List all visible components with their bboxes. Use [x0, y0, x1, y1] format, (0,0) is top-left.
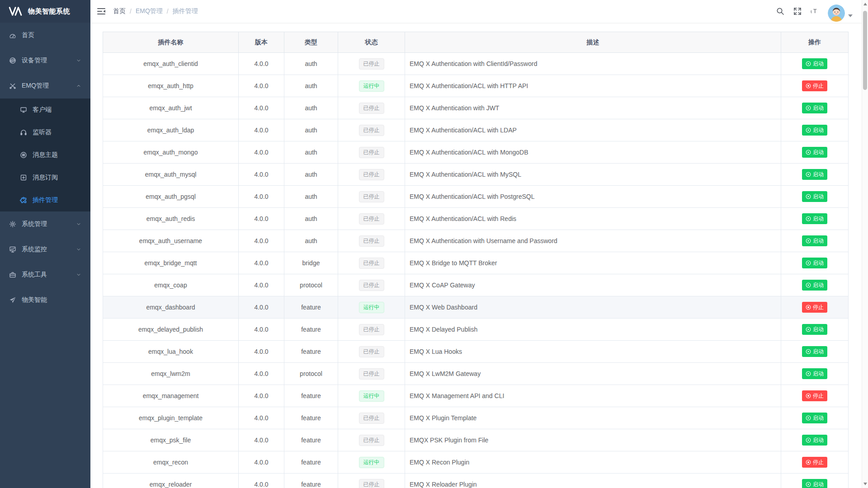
- cell-status: 已停止: [338, 119, 405, 141]
- breadcrumb-separator: /: [130, 8, 132, 15]
- table-row: emqx_recon4.0.0feature运行中EMQ X Recon Plu…: [103, 451, 849, 474]
- button-label: 启动: [813, 348, 824, 356]
- cell-status: 已停止: [338, 164, 405, 186]
- cell-version: 4.0.0: [239, 141, 284, 164]
- sidebar-item[interactable]: 系统工具: [0, 262, 90, 287]
- table-row: emqx_delayed_publish4.0.0feature已停止EMQ X…: [103, 319, 849, 341]
- cell-type: feature: [284, 474, 338, 488]
- breadcrumb-home[interactable]: 首页: [113, 7, 126, 15]
- play-circle-icon: [806, 327, 811, 332]
- start-plugin-button[interactable]: 启动: [802, 191, 827, 202]
- fullscreen-icon[interactable]: [793, 7, 802, 15]
- table-row: emqx_lwm2m4.0.0protocol已停止EMQ X LwM2M Ga…: [103, 363, 849, 385]
- header-type: 类型: [284, 32, 338, 53]
- cell-plugin-name: emqx_auth_pgsql: [103, 186, 239, 208]
- cell-operation: 停止: [781, 75, 849, 97]
- start-plugin-button[interactable]: 启动: [802, 213, 827, 224]
- cell-operation: 启动: [781, 230, 849, 252]
- cell-operation: 启动: [781, 141, 849, 164]
- scroll-down-arrow-icon[interactable]: [863, 483, 867, 485]
- cell-operation: 启动: [781, 119, 849, 141]
- table-row: emqx_auth_mongo4.0.0auth已停止EMQ X Authent…: [103, 141, 849, 164]
- sidebar-subitem[interactable]: 客户端: [0, 99, 90, 121]
- cell-type: feature: [284, 385, 338, 407]
- status-badge: 已停止: [359, 280, 384, 291]
- status-badge: 运行中: [359, 302, 384, 313]
- cell-description: EMQ X Authentication/ACL with HTTP API: [405, 75, 781, 97]
- button-label: 停止: [813, 459, 824, 466]
- user-menu[interactable]: [828, 5, 853, 22]
- sidebar-item[interactable]: 系统管理: [0, 211, 90, 237]
- caret-down-icon[interactable]: [848, 14, 853, 17]
- scroll-up-arrow-icon[interactable]: [863, 3, 867, 5]
- cell-type: auth: [284, 230, 338, 252]
- start-plugin-button[interactable]: 启动: [802, 479, 827, 488]
- stop-plugin-button[interactable]: 停止: [802, 302, 827, 313]
- start-plugin-button[interactable]: 启动: [802, 346, 827, 357]
- cell-status: 已停止: [338, 252, 405, 274]
- cell-version: 4.0.0: [239, 53, 284, 75]
- font-size-icon[interactable]: t T: [811, 7, 819, 15]
- status-badge: 已停止: [359, 479, 384, 488]
- breadcrumb: 首页 / EMQ管理 / 插件管理: [113, 7, 198, 15]
- cell-operation: 启动: [781, 186, 849, 208]
- stop-plugin-button[interactable]: 停止: [802, 457, 827, 468]
- start-plugin-button[interactable]: 启动: [802, 169, 827, 180]
- sidebar-item-label: EMQ管理: [22, 82, 49, 90]
- vertical-scrollbar[interactable]: [862, 0, 868, 488]
- cell-plugin-name: emqx_management: [103, 385, 239, 407]
- scrollbar-thumb[interactable]: [863, 11, 867, 90]
- collapse-sidebar-icon[interactable]: [90, 0, 112, 23]
- sidebar-item[interactable]: 物美智能: [0, 287, 90, 313]
- button-label: 启动: [813, 259, 824, 267]
- avatar[interactable]: [828, 5, 845, 22]
- start-plugin-button[interactable]: 启动: [802, 368, 827, 379]
- start-plugin-button[interactable]: 启动: [802, 258, 827, 268]
- start-plugin-button[interactable]: 启动: [802, 103, 827, 113]
- cell-type: feature: [284, 341, 338, 363]
- play-circle-icon: [806, 61, 811, 66]
- sidebar-item[interactable]: 首页: [0, 23, 90, 48]
- cell-type: auth: [284, 119, 338, 141]
- start-plugin-button[interactable]: 启动: [802, 435, 827, 446]
- start-plugin-button[interactable]: 启动: [802, 147, 827, 158]
- cell-type: feature: [284, 319, 338, 341]
- cell-description: EMQ X CoAP Gateway: [405, 274, 781, 296]
- cell-status: 已停止: [338, 230, 405, 252]
- cell-version: 4.0.0: [239, 385, 284, 407]
- breadcrumb-current: 插件管理: [173, 7, 198, 15]
- cell-description: EMQ X Authentication with Username and P…: [405, 230, 781, 252]
- status-badge: 已停止: [359, 103, 384, 114]
- sidebar-item[interactable]: EMQ管理: [0, 73, 90, 99]
- sidebar-subitem[interactable]: 消息主题: [0, 144, 90, 166]
- start-plugin-button[interactable]: 启动: [802, 235, 827, 246]
- cell-version: 4.0.0: [239, 474, 284, 488]
- sidebar-item[interactable]: 系统监控: [0, 237, 90, 262]
- status-badge: 运行中: [359, 457, 384, 468]
- sidebar-subitem[interactable]: 监听器: [0, 121, 90, 144]
- status-badge: 已停止: [359, 213, 384, 225]
- stop-plugin-button[interactable]: 停止: [802, 390, 827, 401]
- search-icon[interactable]: [776, 7, 784, 15]
- cell-version: 4.0.0: [239, 341, 284, 363]
- cell-type: auth: [284, 75, 338, 97]
- stop-plugin-button[interactable]: 停止: [802, 80, 827, 91]
- start-plugin-button[interactable]: 启动: [802, 58, 827, 69]
- play-circle-icon: [806, 216, 811, 221]
- start-plugin-button[interactable]: 启动: [802, 125, 827, 136]
- cell-status: 已停止: [338, 319, 405, 341]
- sidebar-subitem[interactable]: 插件管理: [0, 189, 90, 211]
- table-row: emqx_auth_http4.0.0auth运行中EMQ X Authenti…: [103, 75, 849, 97]
- status-badge: 已停止: [359, 58, 384, 70]
- start-plugin-button[interactable]: 启动: [802, 280, 827, 291]
- sidebar-subitem[interactable]: 消息订阅: [0, 166, 90, 189]
- cell-plugin-name: emqx_psk_file: [103, 429, 239, 451]
- header-operation: 操作: [781, 32, 849, 53]
- cell-plugin-name: emqx_reloader: [103, 474, 239, 488]
- sidebar-item[interactable]: 设备管理: [0, 48, 90, 73]
- start-plugin-button[interactable]: 启动: [802, 413, 827, 423]
- play-circle-icon: [806, 371, 811, 376]
- table-row: emqx_auth_pgsql4.0.0auth已停止EMQ X Authent…: [103, 186, 849, 208]
- start-plugin-button[interactable]: 启动: [802, 324, 827, 335]
- status-badge: 已停止: [359, 413, 384, 424]
